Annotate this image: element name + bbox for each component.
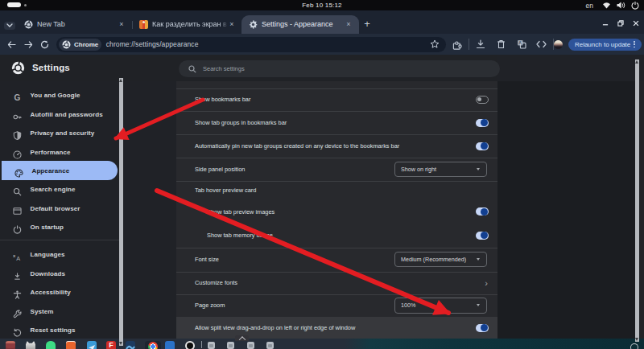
- cat-icon[interactable]: [26, 341, 35, 349]
- tab-close-icon[interactable]: ×: [345, 20, 353, 28]
- taskbar-expander-icon[interactable]: [235, 335, 249, 341]
- wave-icon[interactable]: [126, 341, 135, 349]
- record-icon[interactable]: [185, 341, 195, 349]
- sidebar-item-you-and-google[interactable]: G You and Google: [0, 86, 118, 105]
- window-thumb: [249, 344, 253, 347]
- extensions-icon[interactable]: [450, 34, 463, 55]
- sidebar-item-performance[interactable]: Performance: [0, 143, 118, 162]
- tab-title: Как разделить экран в б: [152, 20, 228, 28]
- toggle-auto-pin-tab-groups[interactable]: [476, 142, 489, 150]
- mail-icon[interactable]: [66, 341, 76, 349]
- screen: Feb 10 15:12 en New Tab ×: [0, 0, 644, 349]
- window-close-button[interactable]: [633, 20, 639, 27]
- svg-text:G: G: [14, 93, 20, 102]
- sidebar-item-on-startup[interactable]: On startup: [0, 218, 118, 236]
- wifi-icon[interactable]: [602, 2, 611, 9]
- chrome-url-chip[interactable]: Chrome: [59, 39, 101, 51]
- keyboard-layout-indicator[interactable]: en: [586, 2, 593, 10]
- row-customize-fonts[interactable]: Customize fonts ›: [176, 272, 497, 294]
- system-top-bar: Feb 10 15:12 en: [0, 0, 644, 10]
- tab-search-button[interactable]: [4, 22, 15, 31]
- browser-toolbar: Chrome chrome://settings/appearance A Re…: [0, 34, 644, 55]
- magnifier-icon: [13, 185, 22, 194]
- system-tray: en: [586, 0, 639, 10]
- address-bar[interactable]: Chrome chrome://settings/appearance: [56, 37, 446, 52]
- settings-title: Settings: [32, 63, 70, 72]
- toggle-allow-split-view[interactable]: [476, 324, 489, 332]
- tab-split-screen-article[interactable]: Как разделить экран в б ×: [134, 15, 241, 35]
- volume-icon[interactable]: [617, 2, 625, 9]
- window-minimize-button[interactable]: [602, 20, 609, 27]
- corner-refresh-icon[interactable]: [630, 343, 638, 349]
- power-icon[interactable]: [631, 2, 639, 10]
- toggle-show-bookmarks-bar[interactable]: [476, 96, 489, 104]
- f-red-icon[interactable]: F: [106, 341, 116, 349]
- files-icon[interactable]: [6, 341, 15, 349]
- sidebar-item-privacy[interactable]: Privacy and security: [0, 124, 118, 142]
- section-tab-hover-preview-card: Tab hover preview card: [176, 181, 497, 200]
- translate-squares-icon: A: [517, 39, 526, 49]
- google-g-icon: G: [13, 91, 22, 100]
- page-zoom-dropdown[interactable]: 100%: [394, 298, 487, 314]
- tab-strip: New Tab × Как разделить экран в б × Sett…: [0, 10, 644, 34]
- kebab-menu-icon[interactable]: [634, 41, 635, 47]
- sidebar-item-downloads[interactable]: Downloads: [0, 265, 118, 283]
- download-icon[interactable]: [474, 34, 487, 55]
- tab-title: New Tab: [37, 20, 118, 28]
- sidebar-item-autofill[interactable]: Autofill and passwords: [0, 105, 118, 124]
- toggle-show-tab-preview-images[interactable]: [476, 207, 489, 216]
- toggle-show-tab-groups[interactable]: [476, 119, 489, 127]
- tab-close-icon[interactable]: ×: [228, 20, 236, 28]
- ps-blue-icon[interactable]: [165, 341, 175, 349]
- page-scrollbar[interactable]: [635, 60, 639, 342]
- telegram-icon[interactable]: [87, 341, 97, 349]
- scroll-up-arrow[interactable]: [635, 60, 638, 64]
- side-panel-position-dropdown[interactable]: Show on right: [394, 162, 487, 178]
- key-icon: [13, 110, 22, 119]
- settings-search-input[interactable]: Search settings: [179, 60, 500, 77]
- new-tab-button[interactable]: +: [361, 18, 373, 29]
- bookmark-star-icon[interactable]: [430, 39, 440, 49]
- tab-close-icon[interactable]: ×: [118, 20, 126, 28]
- android-icon[interactable]: [46, 341, 56, 349]
- scroll-down-arrow[interactable]: [635, 338, 638, 341]
- reload-button[interactable]: [38, 34, 51, 55]
- sidebar-item-accessibility[interactable]: Accessibility: [0, 283, 118, 302]
- toggle-show-tab-memory-usage[interactable]: [476, 232, 489, 240]
- profile-avatar[interactable]: [554, 40, 563, 49]
- row-auto-pin-tab-groups: Automatically pin new tab groups created…: [176, 134, 497, 158]
- window-restore-button[interactable]: [617, 20, 624, 27]
- toggle-knob: [481, 142, 488, 150]
- row-allow-split-view: Allow split view drag-and-drop on left o…: [176, 317, 497, 339]
- back-button[interactable]: [5, 34, 18, 55]
- sidebar-scrollbar[interactable]: [119, 78, 123, 346]
- chrome-icon[interactable]: [148, 342, 158, 349]
- shield-icon: [13, 129, 22, 138]
- browser-window-icon: [13, 204, 22, 213]
- clock[interactable]: Feb 10 15:12: [0, 0, 644, 10]
- scroll-down-arrow[interactable]: [119, 342, 122, 345]
- sidebar-item-reset[interactable]: Reset settings: [0, 321, 118, 339]
- taskbar-window-button[interactable]: [227, 342, 234, 349]
- caret-down-icon: [477, 304, 480, 306]
- url-text[interactable]: chrome://settings/appearance: [106, 40, 430, 48]
- delete-icon[interactable]: [494, 34, 507, 55]
- sidebar-item-default-browser[interactable]: Default browser: [0, 199, 118, 218]
- translate-icon[interactable]: A: [515, 34, 528, 55]
- font-size-dropdown[interactable]: Medium (Recommended): [394, 252, 487, 268]
- code-icon[interactable]: [535, 34, 547, 55]
- sidebar-item-languages[interactable]: xA Languages: [0, 245, 118, 264]
- sidebar-item-search-engine[interactable]: Search engine: [0, 180, 118, 199]
- taskbar-window-button[interactable]: [208, 342, 215, 349]
- sidebar-divider: [0, 240, 119, 240]
- taskbar-window-button[interactable]: [266, 342, 274, 349]
- tab-settings-appearance[interactable]: Settings - Appearance ×: [242, 15, 359, 35]
- tab-new-tab[interactable]: New Tab ×: [19, 15, 130, 35]
- sidebar-item-system[interactable]: System: [0, 302, 118, 321]
- sidebar-item-appearance[interactable]: Appearance: [2, 161, 118, 180]
- relaunch-to-update-button[interactable]: Relaunch to update: [568, 39, 642, 51]
- forward-button[interactable]: [22, 34, 35, 55]
- taskbar-window-button[interactable]: [247, 342, 254, 349]
- scroll-up-arrow[interactable]: [119, 79, 122, 82]
- page-void: [497, 81, 639, 339]
